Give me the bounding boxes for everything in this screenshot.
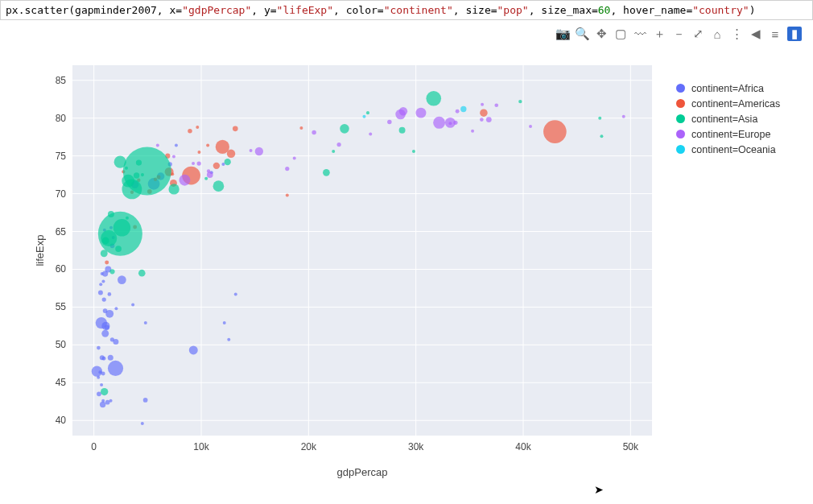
data-point[interactable] bbox=[114, 307, 118, 310]
data-point[interactable] bbox=[102, 237, 109, 244]
data-point[interactable] bbox=[204, 177, 208, 180]
data-point[interactable] bbox=[101, 330, 109, 337]
data-point[interactable] bbox=[171, 172, 174, 176]
data-point[interactable] bbox=[101, 399, 105, 403]
legend-item[interactable]: continent=Asia bbox=[676, 111, 780, 126]
zoom-icon[interactable]: 🔍 bbox=[575, 27, 589, 41]
legend-item[interactable]: continent=Americas bbox=[676, 96, 780, 111]
data-point[interactable] bbox=[97, 392, 101, 397]
data-point[interactable] bbox=[97, 376, 100, 379]
data-point[interactable] bbox=[227, 338, 230, 341]
data-point[interactable] bbox=[110, 337, 114, 341]
data-point[interactable] bbox=[196, 126, 199, 129]
data-point[interactable] bbox=[426, 91, 441, 106]
data-point[interactable] bbox=[103, 308, 108, 313]
data-point[interactable] bbox=[293, 156, 296, 159]
data-point[interactable] bbox=[122, 175, 134, 188]
data-point[interactable] bbox=[138, 270, 146, 277]
data-point[interactable] bbox=[105, 400, 110, 405]
data-point[interactable] bbox=[412, 150, 415, 153]
data-point[interactable] bbox=[108, 292, 112, 296]
data-point[interactable] bbox=[102, 271, 108, 277]
data-point[interactable] bbox=[108, 355, 113, 361]
data-point[interactable] bbox=[223, 321, 226, 324]
data-point[interactable] bbox=[529, 125, 532, 128]
data-point[interactable] bbox=[369, 132, 372, 135]
plotly-logo-icon[interactable]: ▮ bbox=[787, 27, 802, 41]
box-select-icon[interactable]: ▢ bbox=[613, 27, 628, 41]
data-point[interactable] bbox=[141, 173, 144, 176]
data-point[interactable] bbox=[188, 129, 192, 133]
data-point[interactable] bbox=[213, 163, 220, 169]
data-point[interactable] bbox=[598, 117, 601, 120]
data-point[interactable] bbox=[189, 345, 198, 354]
data-point[interactable] bbox=[101, 388, 108, 395]
data-point[interactable] bbox=[362, 115, 365, 118]
data-point[interactable] bbox=[101, 279, 105, 283]
data-point[interactable] bbox=[126, 217, 129, 220]
data-point[interactable] bbox=[101, 322, 109, 330]
data-point[interactable] bbox=[192, 162, 195, 165]
data-point[interactable] bbox=[108, 211, 114, 217]
data-point[interactable] bbox=[312, 130, 316, 134]
data-point[interactable] bbox=[100, 383, 103, 386]
data-point[interactable] bbox=[233, 126, 238, 132]
data-point[interactable] bbox=[197, 151, 200, 154]
data-point[interactable] bbox=[141, 422, 144, 425]
data-point[interactable] bbox=[213, 180, 225, 192]
autoscale-icon[interactable]: ⤢ bbox=[691, 27, 705, 41]
data-point[interactable] bbox=[179, 175, 190, 186]
data-point[interactable] bbox=[460, 106, 466, 112]
data-point[interactable] bbox=[134, 172, 139, 178]
data-point[interactable] bbox=[285, 167, 289, 171]
data-point[interactable] bbox=[108, 361, 123, 376]
data-point[interactable] bbox=[480, 109, 487, 116]
data-point[interactable] bbox=[118, 275, 126, 284]
data-point[interactable] bbox=[340, 124, 349, 134]
data-point[interactable] bbox=[102, 297, 106, 301]
data-point[interactable] bbox=[143, 398, 148, 403]
data-point[interactable] bbox=[481, 103, 484, 106]
data-point[interactable] bbox=[114, 156, 126, 168]
data-point[interactable] bbox=[332, 150, 335, 153]
data-point[interactable] bbox=[109, 269, 114, 274]
data-point[interactable] bbox=[101, 250, 108, 257]
data-point[interactable] bbox=[216, 140, 229, 154]
data-point[interactable] bbox=[494, 103, 498, 107]
data-point[interactable] bbox=[100, 402, 105, 407]
data-point[interactable] bbox=[255, 147, 263, 155]
zoom-out-icon[interactable]: － bbox=[671, 27, 686, 41]
spike-lines-icon[interactable]: ⋮ bbox=[729, 27, 744, 41]
data-point[interactable] bbox=[99, 283, 102, 286]
data-point[interactable] bbox=[471, 130, 474, 133]
data-point[interactable] bbox=[98, 291, 103, 295]
legend-item[interactable]: continent=Africa bbox=[676, 81, 780, 96]
data-point[interactable] bbox=[336, 143, 340, 147]
data-point[interactable] bbox=[234, 292, 237, 295]
zoom-in-icon[interactable]: ＋ bbox=[652, 27, 666, 41]
reset-axes-icon[interactable]: ⌂ bbox=[710, 27, 724, 41]
data-point[interactable] bbox=[144, 321, 147, 324]
lasso-icon[interactable]: 〰 bbox=[633, 27, 647, 41]
data-point[interactable] bbox=[543, 120, 567, 143]
data-point[interactable] bbox=[600, 134, 603, 138]
data-point[interactable] bbox=[225, 159, 231, 165]
data-point[interactable] bbox=[480, 118, 484, 122]
legend-item[interactable]: continent=Europe bbox=[676, 126, 780, 142]
data-point[interactable] bbox=[456, 109, 460, 114]
data-point[interactable] bbox=[399, 127, 406, 134]
hover-closest-icon[interactable]: ◀ bbox=[749, 27, 763, 41]
data-point[interactable] bbox=[207, 171, 213, 178]
data-point[interactable] bbox=[97, 346, 101, 350]
data-point[interactable] bbox=[445, 118, 456, 128]
data-point[interactable] bbox=[102, 357, 106, 361]
pan-icon[interactable]: ✥ bbox=[594, 27, 609, 41]
data-point[interactable] bbox=[486, 117, 492, 122]
data-point[interactable] bbox=[433, 117, 445, 129]
data-point[interactable] bbox=[399, 107, 407, 115]
data-point[interactable] bbox=[206, 144, 209, 147]
data-point[interactable] bbox=[175, 144, 178, 147]
data-point[interactable] bbox=[101, 372, 105, 376]
data-point[interactable] bbox=[387, 120, 391, 124]
data-point[interactable] bbox=[168, 184, 179, 194]
